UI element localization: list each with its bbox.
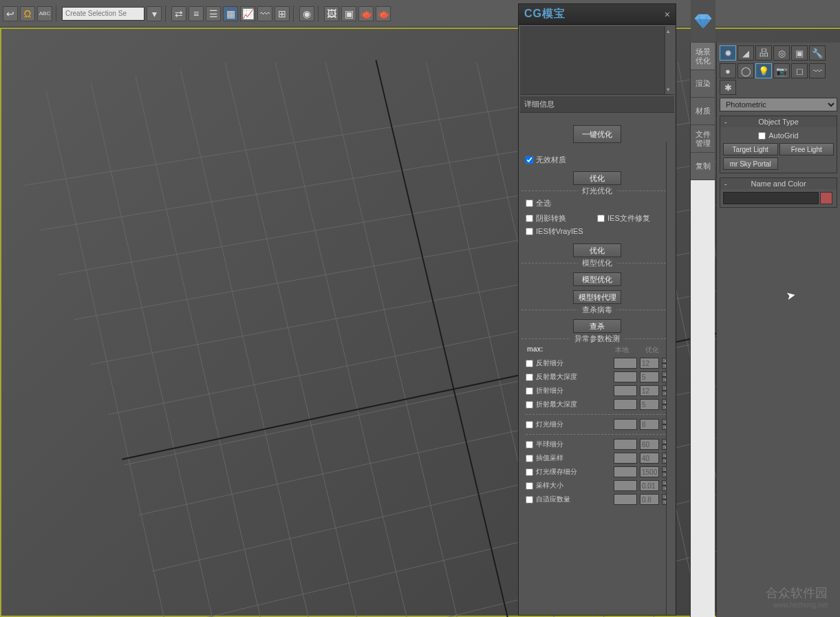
optimize-button-2[interactable]: 优化 xyxy=(573,243,621,257)
select-all-label: 全选 xyxy=(536,198,551,208)
param-opt-input[interactable] xyxy=(640,480,659,491)
param-local-input[interactable] xyxy=(614,419,637,430)
param-checkbox[interactable] xyxy=(526,374,533,381)
param-opt-input[interactable] xyxy=(640,494,659,505)
dropdown-icon[interactable]: ▾ xyxy=(147,6,162,21)
param-opt-input[interactable] xyxy=(640,399,659,410)
ies-repair-label: IES文件修复 xyxy=(607,213,650,224)
layers-panel-icon[interactable]: ▦ xyxy=(223,6,238,21)
model-proxy-button[interactable]: 模型转代理 xyxy=(573,290,621,304)
helpers-icon[interactable]: ◻ xyxy=(791,63,808,78)
side-tab-render[interactable]: 渲染 xyxy=(691,70,715,98)
undo-icon[interactable]: ↩ xyxy=(3,6,18,21)
model-optimize-button[interactable]: 模型优化 xyxy=(573,272,621,286)
name-color-header[interactable]: Name and Color xyxy=(720,178,837,189)
close-icon[interactable]: × xyxy=(665,9,670,20)
side-tab-scene-opt[interactable]: 场景 优化 xyxy=(691,43,715,70)
param-row: 灯光细分 ▴▾ xyxy=(521,418,673,431)
watermark-main: 合众软件园 xyxy=(766,585,828,601)
param-checkbox[interactable] xyxy=(526,482,533,490)
object-name-input[interactable] xyxy=(723,192,819,204)
cameras-icon[interactable]: 📷 xyxy=(773,63,790,78)
param-label: 自适应数量 xyxy=(536,495,611,504)
free-light-button[interactable]: Free Light xyxy=(779,143,834,155)
side-tab-copy[interactable]: 复制 xyxy=(691,153,715,180)
motion-tab-icon[interactable]: ◎ xyxy=(773,45,790,61)
param-opt-input[interactable] xyxy=(640,439,659,450)
systems-icon[interactable]: ✱ xyxy=(720,80,736,95)
lights-icon[interactable]: 💡 xyxy=(755,63,772,78)
display-tab-icon[interactable]: ▣ xyxy=(791,45,808,61)
param-local-input[interactable] xyxy=(614,453,637,464)
cg-logo-tab[interactable] xyxy=(691,0,715,43)
param-local-input[interactable] xyxy=(614,439,637,450)
target-light-button[interactable]: Target Light xyxy=(723,143,778,155)
param-checkbox[interactable] xyxy=(526,468,533,476)
param-checkbox[interactable] xyxy=(526,387,533,395)
param-opt-input[interactable] xyxy=(640,419,659,430)
param-local-input[interactable] xyxy=(614,385,637,396)
select-all-checkbox[interactable] xyxy=(526,199,533,207)
render-setup-icon[interactable]: 🖼 xyxy=(324,6,339,21)
virus-section-title: 查杀病毒 xyxy=(578,305,616,314)
side-tab-spacer xyxy=(691,180,715,617)
sky-portal-button[interactable]: mr Sky Portal xyxy=(723,158,778,170)
object-type-header[interactable]: Object Type xyxy=(720,116,837,127)
hierarchy-tab-icon[interactable]: 品 xyxy=(755,45,772,61)
autogrid-checkbox[interactable] xyxy=(758,132,766,140)
svg-marker-31 xyxy=(695,14,711,19)
optimize-button-1[interactable]: 优化 xyxy=(573,171,621,185)
side-tab-file-mgmt[interactable]: 文件 管理 xyxy=(691,125,715,153)
abc-icon[interactable]: ABC xyxy=(37,6,52,21)
geometry-icon[interactable]: ● xyxy=(720,63,736,78)
shapes-icon[interactable]: ◯ xyxy=(737,63,754,78)
param-checkbox[interactable] xyxy=(526,401,533,409)
ies-vray-checkbox[interactable] xyxy=(526,228,533,235)
utilities-tab-icon[interactable]: 🔧 xyxy=(809,45,826,61)
param-checkbox[interactable] xyxy=(526,496,533,504)
cg-body-scrollbar[interactable] xyxy=(666,142,676,615)
mirror-icon[interactable]: ⇄ xyxy=(171,6,186,21)
object-color-swatch[interactable] xyxy=(820,192,832,204)
curve-icon[interactable]: Ω xyxy=(20,6,35,21)
param-local-input[interactable] xyxy=(614,399,637,410)
layers-icon[interactable]: ☰ xyxy=(206,6,221,21)
param-checkbox[interactable] xyxy=(526,421,533,429)
param-opt-input[interactable] xyxy=(640,371,659,382)
render-frame-icon[interactable]: ▣ xyxy=(341,6,356,21)
param-checkbox[interactable] xyxy=(526,455,533,462)
param-local-label: 本地 xyxy=(607,345,637,355)
graph-icon[interactable]: 📈 xyxy=(240,6,255,21)
param-local-input[interactable] xyxy=(614,494,637,505)
cg-titlebar[interactable]: CG模宝 × xyxy=(519,4,676,25)
param-checkbox[interactable] xyxy=(526,360,533,367)
create-tab-icon[interactable]: ✹ xyxy=(720,45,736,61)
side-tab-material[interactable]: 材质 xyxy=(691,98,715,125)
selection-set-input[interactable] xyxy=(62,7,144,21)
ies-repair-checkbox[interactable] xyxy=(597,215,605,222)
material-icon[interactable]: ◉ xyxy=(299,6,314,21)
category-dropdown[interactable]: Photometric xyxy=(720,98,837,111)
curve-editor-icon[interactable]: 〰 xyxy=(257,6,272,21)
preview-scrollbar[interactable] xyxy=(665,26,674,94)
schematic-icon[interactable]: ⊞ xyxy=(274,6,290,21)
param-opt-input[interactable] xyxy=(640,466,659,477)
virus-scan-button[interactable]: 查杀 xyxy=(573,319,621,333)
param-opt-input[interactable] xyxy=(640,453,659,464)
param-checkbox[interactable] xyxy=(526,441,533,448)
one-click-optimize-button[interactable]: 一键优化 xyxy=(573,125,621,143)
svg-line-20 xyxy=(325,63,527,617)
teapot-last-icon[interactable]: 🫖 xyxy=(376,6,391,21)
param-opt-input[interactable] xyxy=(640,358,659,369)
param-local-input[interactable] xyxy=(614,358,637,369)
param-local-input[interactable] xyxy=(614,466,637,477)
align-icon[interactable]: ≡ xyxy=(189,6,204,21)
spacewarps-icon[interactable]: 〰 xyxy=(809,63,826,78)
param-opt-input[interactable] xyxy=(640,385,659,396)
param-local-input[interactable] xyxy=(614,480,637,491)
param-local-input[interactable] xyxy=(614,371,637,382)
shadow-convert-checkbox[interactable] xyxy=(526,215,533,222)
invalid-material-checkbox[interactable] xyxy=(526,156,533,164)
modify-tab-icon[interactable]: ◢ xyxy=(737,45,754,61)
teapot-render-icon[interactable]: 🫖 xyxy=(358,6,374,21)
